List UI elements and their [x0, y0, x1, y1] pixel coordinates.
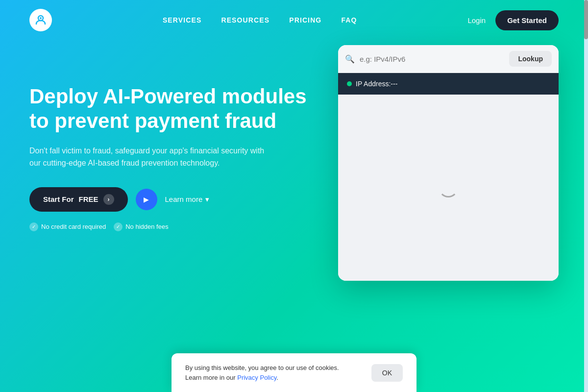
- learn-more-label: Learn more: [165, 195, 203, 203]
- check-icon-2: ✓: [114, 222, 122, 231]
- search-icon: 🔍: [345, 54, 355, 64]
- ip-address-label: IP Address:---: [356, 80, 397, 88]
- nav-resources[interactable]: RESOURCES: [221, 16, 270, 24]
- ip-lookup-widget: 🔍 Lookup IP Address:---: [338, 45, 559, 281]
- cookie-banner: By using this website, you agree to our …: [172, 353, 416, 392]
- svg-point-1: [40, 17, 42, 19]
- play-button[interactable]: ▶: [136, 189, 157, 210]
- ip-result-body: [338, 95, 559, 281]
- no-credit-card-label: No credit card required: [41, 223, 106, 230]
- chevron-down-icon: ▾: [205, 195, 209, 204]
- get-started-button[interactable]: Get Started: [495, 10, 559, 30]
- free-label: FREE: [79, 195, 98, 203]
- cookie-ok-button[interactable]: OK: [371, 364, 403, 382]
- check-icon-1: ✓: [29, 222, 38, 231]
- nav-links: SERVICES RESOURCES PRICING FAQ: [163, 16, 357, 24]
- hero-left: Deploy AI-Powered modules to prevent pay…: [29, 70, 314, 231]
- no-credit-card-badge: ✓ No credit card required: [29, 222, 106, 231]
- play-icon: ▶: [144, 196, 149, 203]
- status-dot: [347, 81, 352, 86]
- no-hidden-fees-label: No hidden fees: [125, 223, 168, 230]
- nav-services[interactable]: SERVICES: [163, 16, 202, 24]
- nav-faq[interactable]: FAQ: [341, 16, 357, 24]
- navbar: SERVICES RESOURCES PRICING FAQ Login Get…: [0, 0, 588, 40]
- learn-more-button[interactable]: Learn more ▾: [165, 195, 210, 204]
- badges-row: ✓ No credit card required ✓ No hidden fe…: [29, 222, 314, 231]
- cookie-text: By using this website, you agree to our …: [185, 363, 339, 382]
- ip-search-input[interactable]: [360, 55, 504, 63]
- hero-title: Deploy AI-Powered modules to prevent pay…: [29, 84, 314, 134]
- cookie-period: .: [276, 374, 278, 381]
- logo-icon: [29, 9, 52, 31]
- privacy-policy-link[interactable]: Privacy Policy: [237, 374, 276, 381]
- start-label: Start For: [43, 195, 74, 203]
- logo[interactable]: [29, 9, 52, 31]
- no-hidden-fees-badge: ✓ No hidden fees: [114, 222, 168, 231]
- hero-section: Deploy AI-Powered modules to prevent pay…: [0, 40, 588, 231]
- lookup-button[interactable]: Lookup: [509, 51, 552, 67]
- hero-subtitle: Don't fall victim to fraud, safeguard yo…: [29, 145, 274, 170]
- cta-row: Start For FREE › ▶ Learn more ▾: [29, 187, 314, 212]
- nav-right: Login Get Started: [467, 10, 559, 30]
- start-free-button[interactable]: Start For FREE ›: [29, 187, 128, 212]
- loading-spinner: [439, 178, 458, 197]
- nav-pricing[interactable]: PRICING: [289, 16, 321, 24]
- login-button[interactable]: Login: [467, 16, 486, 24]
- hero-right: 🔍 Lookup IP Address:---: [338, 45, 559, 281]
- ip-search-bar: 🔍 Lookup: [338, 45, 559, 73]
- arrow-right-icon: ›: [103, 194, 114, 205]
- ip-result-header: IP Address:---: [338, 73, 559, 95]
